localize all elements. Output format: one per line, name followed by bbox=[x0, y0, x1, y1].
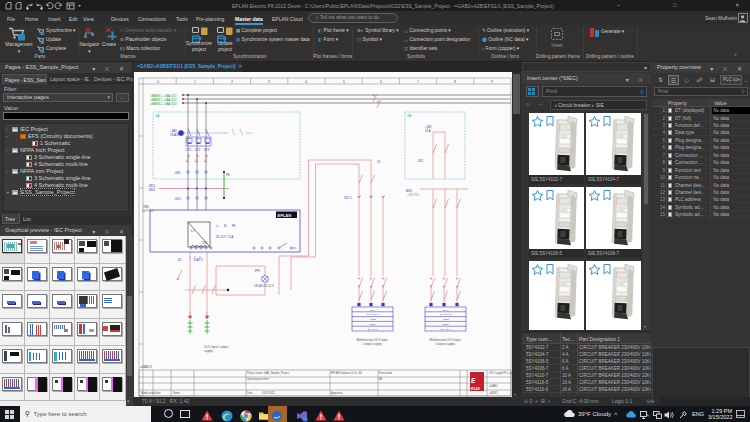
svg-text:GND0: GND0 bbox=[369, 323, 376, 326]
svg-text:LED AC/DC 24 V: LED AC/DC 24 V bbox=[254, 284, 274, 288]
svg-text:+A2B/1: +A2B/1 bbox=[489, 391, 498, 395]
svg-text:Modification: Modification bbox=[141, 391, 155, 395]
svg-text:/ output supply: / output supply bbox=[435, 342, 455, 346]
svg-text:Approved: Approved bbox=[331, 391, 343, 395]
svg-text:0: 0 bbox=[157, 80, 159, 84]
svg-text:Form name: Form name bbox=[379, 371, 393, 375]
svg-text:CHAN 0..3: CHAN 0..3 bbox=[367, 313, 379, 316]
svg-text:E: E bbox=[471, 377, 476, 384]
svg-text:EPLAN Software & Co. KG: EPLAN Software & Co. KG bbox=[331, 371, 362, 375]
svg-text:EPLAN: EPLAN bbox=[278, 213, 292, 218]
svg-text:24 V supply PLC cabinet: 24 V supply PLC cabinet bbox=[489, 371, 512, 375]
svg-text:EPLAN: EPLAN bbox=[471, 387, 480, 391]
svg-text:/ output supply: / output supply bbox=[362, 342, 382, 346]
svg-text:6 A/2.5: 6 A/2.5 bbox=[194, 258, 203, 262]
svg-text:-XD1: -XD1 bbox=[174, 197, 181, 201]
svg-text:Date: Date bbox=[155, 391, 161, 395]
svg-text:+MAINS.1 +GAA QU1: +MAINS.1 +GAA QU1 bbox=[150, 94, 177, 98]
svg-text:2T1: 2T1 bbox=[186, 148, 192, 152]
svg-text:1A: 1A bbox=[155, 114, 160, 118]
svg-text:6T3: 6T3 bbox=[204, 148, 210, 152]
svg-text:10 A: 10 A bbox=[425, 129, 431, 133]
svg-text:L+: L+ bbox=[216, 224, 219, 228]
svg-text:-XD1: -XD1 bbox=[417, 159, 424, 163]
svg-text:+24 V: +24 V bbox=[442, 309, 449, 312]
svg-text:=GAB2: =GAB2 bbox=[489, 384, 498, 388]
svg-text:Name: Name bbox=[173, 391, 180, 395]
svg-text:3: 3 bbox=[268, 80, 270, 84]
svg-text:M: M bbox=[224, 224, 226, 228]
svg-text:Project name: GAB_Sample_Pr: Project name: GAB_Sample_Project bbox=[247, 371, 289, 375]
svg-text:A3: A3 bbox=[379, 377, 383, 381]
svg-text:2: 2 bbox=[231, 80, 233, 84]
svg-text:1B: 1B bbox=[407, 114, 412, 118]
svg-text:DC 24 V / 10 A: DC 24 V / 10 A bbox=[216, 235, 233, 239]
svg-text:supply: supply bbox=[204, 349, 213, 353]
svg-text:Date: Date bbox=[247, 391, 253, 395]
svg-text:-X2: -X2 bbox=[177, 258, 182, 262]
svg-text:24V IO 1: 24V IO 1 bbox=[441, 328, 451, 331]
svg-text:+MAINS.1 +GAA QU2: +MAINS.1 +GAA QU2 bbox=[150, 98, 177, 102]
svg-text:+24 V: +24 V bbox=[369, 309, 376, 312]
svg-text:13: 13 bbox=[377, 160, 381, 164]
svg-text:16 A/3: 16 A/3 bbox=[170, 133, 179, 137]
svg-text:+24 V DC: +24 V DC bbox=[407, 193, 419, 197]
svg-text:1: 1 bbox=[194, 80, 196, 84]
svg-text:PE: PE bbox=[232, 224, 236, 228]
svg-text:03/15/2022: 03/15/2022 bbox=[262, 391, 276, 395]
svg-text:AGND: AGND bbox=[369, 318, 376, 321]
svg-text:-X85: -X85 bbox=[174, 171, 181, 175]
svg-text:L1: L1 bbox=[191, 229, 195, 233]
svg-text:24V IO 1: 24V IO 1 bbox=[368, 328, 378, 331]
svg-text:=GAB2/1: =GAB2/1 bbox=[140, 365, 153, 369]
svg-text:5: 5 bbox=[343, 80, 345, 84]
svg-text:-XD1 1: -XD1 1 bbox=[343, 196, 352, 200]
svg-text:6: 6 bbox=[380, 80, 382, 84]
svg-text:GND0: GND0 bbox=[442, 323, 449, 326]
svg-text:8: 8 bbox=[454, 80, 456, 84]
svg-text:PE: PE bbox=[226, 173, 230, 177]
svg-text:-PF1: -PF1 bbox=[254, 269, 261, 273]
svg-text:-WD2: -WD2 bbox=[148, 188, 156, 192]
svg-text:24V: 24V bbox=[202, 241, 207, 245]
svg-text:CHAN 0..3: CHAN 0..3 bbox=[440, 313, 452, 316]
svg-text:24 V DC: 24 V DC bbox=[142, 209, 154, 213]
svg-text:Operating machine: Operating machine bbox=[247, 377, 269, 381]
svg-text:4T2: 4T2 bbox=[195, 148, 201, 152]
svg-text:4: 4 bbox=[305, 80, 307, 84]
svg-text:7: 7 bbox=[417, 80, 419, 84]
svg-text:9: 9 bbox=[491, 80, 493, 84]
svg-text:AGND: AGND bbox=[442, 318, 449, 321]
svg-text:+MAINS.1 +GAA QU3: +MAINS.1 +GAA QU3 bbox=[150, 102, 177, 106]
